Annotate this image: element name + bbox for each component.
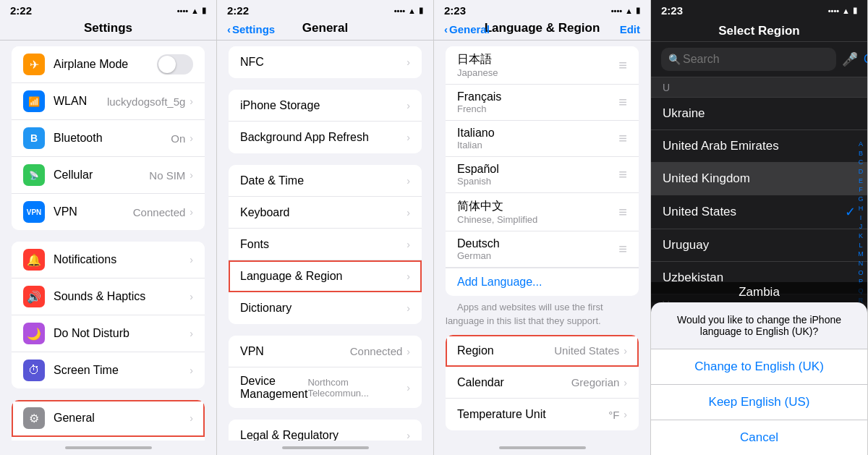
alpha-j[interactable]: J xyxy=(856,223,866,231)
lang-item-german[interactable]: Deutsch German ≡ xyxy=(446,231,639,268)
general-item-keyboard[interactable]: Keyboard › xyxy=(229,197,422,229)
datetime-label: Date & Time xyxy=(240,174,407,187)
dialog-cancel-button[interactable]: Cancel xyxy=(651,420,867,441)
status-bar-2: 2:22 •••• ▲ ▮ xyxy=(217,0,433,18)
search-input[interactable] xyxy=(661,48,836,71)
status-bar-3: 2:23 •••• ▲ ▮ xyxy=(434,0,650,18)
settings-item-airplane[interactable]: ✈ Airplane Mode xyxy=(12,46,205,83)
settings-item-wlan[interactable]: 📶 WLAN luckydogsoft_5g › xyxy=(12,83,205,120)
cellular-value: No SIM xyxy=(149,169,185,182)
drag-handle-japanese[interactable]: ≡ xyxy=(618,57,627,74)
dictionary-chevron: › xyxy=(407,302,410,314)
alpha-f[interactable]: F xyxy=(856,186,866,195)
devmgmt-value: Northcom Telecommun... xyxy=(307,377,402,399)
alpha-h[interactable]: H xyxy=(856,204,866,213)
lang-native-japanese: 日本語 xyxy=(457,52,498,67)
fonts-label: Fonts xyxy=(240,238,407,251)
nav-edit-3[interactable]: Edit xyxy=(620,23,640,35)
settings-item-sounds[interactable]: 🔊 Sounds & Haptics › xyxy=(12,278,205,315)
search-icon: 🔍 xyxy=(668,54,681,65)
drag-handle-german[interactable]: ≡ xyxy=(618,241,627,258)
general-item-bgrefresh[interactable]: Background App Refresh › xyxy=(229,122,422,153)
langreg-list[interactable]: 日本語 Japanese ≡ Français French ≡ Italian… xyxy=(434,41,650,441)
general-item-iphonestg[interactable]: iPhone Storage › xyxy=(229,90,422,122)
drag-handle-spanish[interactable]: ≡ xyxy=(618,166,627,183)
airplane-toggle[interactable] xyxy=(157,54,193,75)
general-item-vpn[interactable]: VPN Connected › xyxy=(229,336,422,367)
lang-item-japanese[interactable]: 日本語 Japanese ≡ xyxy=(446,46,639,85)
langreg-chevron: › xyxy=(407,271,410,282)
lang-item-french[interactable]: Français French ≡ xyxy=(446,85,639,121)
lang-item-spanish[interactable]: Español Spanish ≡ xyxy=(446,157,639,193)
temp-item[interactable]: Temperature Unit °F › xyxy=(446,399,639,430)
general-group3: Date & Time › Keyboard › Fonts › Languag… xyxy=(229,165,422,324)
lang-native-italian: Italiano xyxy=(457,127,495,140)
cancel-search-button[interactable]: Cancel xyxy=(864,53,868,66)
region-uae[interactable]: United Arab Emirates xyxy=(651,130,867,163)
region-uk[interactable]: United Kingdom xyxy=(651,163,867,195)
general-item-datetime[interactable]: Date & Time › xyxy=(229,165,422,197)
nav-back-2[interactable]: ‹ Settings xyxy=(227,23,275,35)
lang-item-italian[interactable]: Italiano Italian ≡ xyxy=(446,121,639,157)
general-item-legal[interactable]: Legal & Regulatory › xyxy=(229,420,422,441)
general-item-dictionary[interactable]: Dictionary › xyxy=(229,292,422,324)
settings-item-cellular[interactable]: 📡 Cellular No SIM › xyxy=(12,157,205,194)
datetime-chevron: › xyxy=(407,175,410,187)
keep-english-button[interactable]: Keep English (US) xyxy=(651,385,867,420)
drag-handle-chinese[interactable]: ≡ xyxy=(618,204,627,221)
alpha-a[interactable]: A xyxy=(856,140,866,149)
drag-handle-italian[interactable]: ≡ xyxy=(618,130,627,147)
alpha-n[interactable]: N xyxy=(856,260,866,268)
bluetooth-icon: B xyxy=(23,127,45,149)
lang-item-chinese[interactable]: 简体中文 Chinese, Simplified ≡ xyxy=(446,193,639,231)
drag-handle-french[interactable]: ≡ xyxy=(618,94,627,111)
change-to-english-button[interactable]: Change to English (UK) xyxy=(651,349,867,385)
general-group1: NFC › xyxy=(229,46,422,78)
status-bar-1: 2:22 •••• ▲ ▮ xyxy=(0,0,216,18)
devmgmt-chevron: › xyxy=(407,382,410,394)
bluetooth-value: On xyxy=(171,132,185,145)
region-ukraine[interactable]: Ukraine xyxy=(651,98,867,130)
region-item[interactable]: Region United States › xyxy=(446,335,639,367)
alpha-e[interactable]: E xyxy=(856,177,866,185)
settings-item-donotdisturb[interactable]: 🌙 Do Not Disturb › xyxy=(12,315,205,352)
sounds-label: Sounds & Haptics xyxy=(54,290,190,303)
general-list[interactable]: NFC › iPhone Storage › Background App Re… xyxy=(217,41,433,441)
settings-item-controlcenter[interactable]: ▦ Control Center › xyxy=(12,437,205,441)
alpha-i[interactable]: I xyxy=(856,213,866,222)
zambia-item[interactable]: Zambia xyxy=(651,282,867,302)
panel3-langreg: 2:23 •••• ▲ ▮ ‹ General Language & Regio… xyxy=(434,0,651,455)
alpha-d[interactable]: D xyxy=(856,168,866,177)
settings-item-vpn[interactable]: VPN VPN Connected › xyxy=(12,194,205,230)
add-language[interactable]: Add Language... xyxy=(446,268,639,296)
general-item-devmgmt[interactable]: Device Management Northcom Telecommun...… xyxy=(229,367,422,408)
alpha-m[interactable]: M xyxy=(856,250,866,259)
general-item-langreg[interactable]: Language & Region › xyxy=(229,260,422,292)
group3-container: ⚙ General › ▦ Control Center › ☀ Display… xyxy=(12,400,205,441)
alpha-l[interactable]: L xyxy=(856,241,866,250)
settings-item-bluetooth[interactable]: B Bluetooth On › xyxy=(12,120,205,157)
settings-main-list[interactable]: ✈ Airplane Mode 📶 WLAN luckydogsoft_5g ›… xyxy=(0,41,216,441)
calendar-item[interactable]: Calendar Gregorian › xyxy=(446,367,639,399)
settings-item-screentime[interactable]: ⏱ Screen Time › xyxy=(12,352,205,388)
alpha-c[interactable]: C xyxy=(856,158,866,167)
region-uruguay[interactable]: Uruguay xyxy=(651,229,867,262)
region-us[interactable]: United States ✓ xyxy=(651,195,867,229)
alpha-b[interactable]: B xyxy=(856,149,866,158)
general-item-nfc[interactable]: NFC › xyxy=(229,46,422,78)
langreg-label: Language & Region xyxy=(240,270,407,283)
screentime-chevron: › xyxy=(190,365,193,376)
alpha-k[interactable]: K xyxy=(856,231,866,240)
keyboard-label: Keyboard xyxy=(240,206,407,219)
settings-item-general[interactable]: ⚙ General › xyxy=(12,400,205,437)
dialog-message: Would you like to change the iPhone lang… xyxy=(651,302,867,349)
bgrefresh-label: Background App Refresh xyxy=(240,131,407,144)
alpha-o[interactable]: O xyxy=(856,268,866,277)
settings-item-notifications[interactable]: 🔔 Notifications › xyxy=(12,242,205,278)
general-group2-container: iPhone Storage › Background App Refresh … xyxy=(229,90,422,153)
nav-back-3[interactable]: ‹ General xyxy=(444,23,490,35)
alpha-g[interactable]: G xyxy=(856,195,866,204)
wifi-icon-2: ▲ xyxy=(408,7,416,15)
group2: 🔔 Notifications › 🔊 Sounds & Haptics › 🌙… xyxy=(12,242,205,388)
general-item-fonts[interactable]: Fonts › xyxy=(229,229,422,260)
